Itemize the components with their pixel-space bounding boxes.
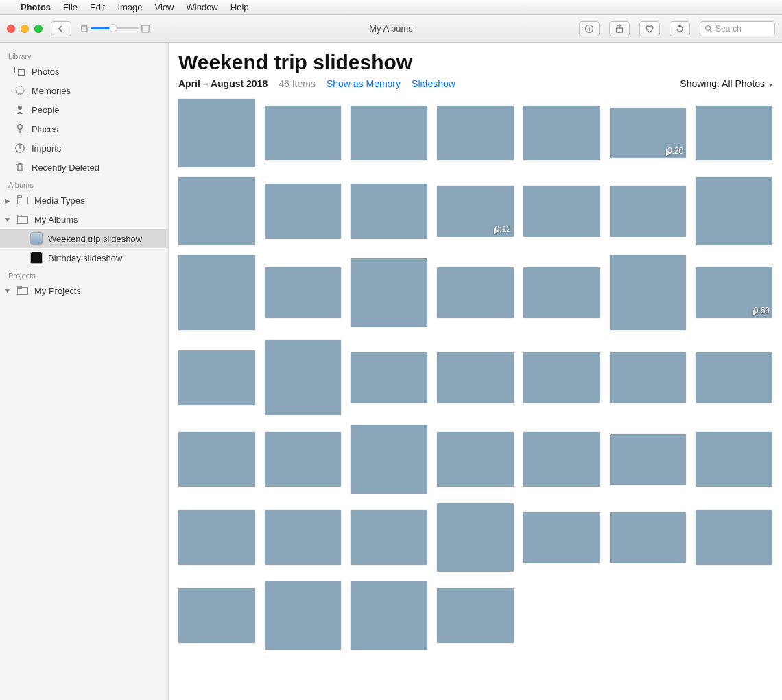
photo-thumbnail[interactable]: [696, 432, 772, 487]
photo-thumbnail[interactable]: [437, 503, 514, 572]
thumbnail-image: [351, 258, 427, 327]
photo-thumbnail[interactable]: [523, 186, 600, 237]
photo-thumbnail[interactable]: [265, 510, 342, 565]
thumbnail-image: [696, 510, 772, 565]
close-button[interactable]: [7, 25, 15, 33]
people-icon: [14, 104, 26, 116]
sidebar-item-my-albums[interactable]: ▼ My Albums: [0, 210, 168, 229]
imports-icon: [14, 142, 26, 154]
rotate-button[interactable]: [670, 21, 690, 36]
thumbnail-image: [178, 588, 255, 643]
show-as-memory-link[interactable]: Show as Memory: [327, 78, 401, 89]
photo-thumbnail[interactable]: 0:20: [610, 108, 687, 158]
photo-thumbnail[interactable]: [351, 352, 427, 403]
menu-help[interactable]: Help: [230, 2, 249, 12]
photo-thumbnail[interactable]: [265, 106, 342, 160]
photo-thumbnail[interactable]: [523, 267, 600, 318]
photo-thumbnail[interactable]: [437, 432, 514, 487]
search-field[interactable]: Search: [700, 21, 775, 36]
photo-thumbnail[interactable]: [265, 184, 342, 239]
photo-thumbnail[interactable]: [696, 510, 772, 565]
photo-thumbnail[interactable]: [351, 184, 427, 239]
photo-thumbnail[interactable]: [523, 432, 600, 487]
app-menu[interactable]: Photos: [21, 2, 51, 12]
sidebar-label: Places: [32, 124, 58, 134]
minimize-button[interactable]: [21, 25, 29, 33]
photo-thumbnail[interactable]: [610, 352, 687, 403]
thumbnail-image: [523, 106, 600, 160]
photo-thumbnail[interactable]: [178, 350, 255, 405]
photo-thumbnail[interactable]: [351, 258, 427, 327]
photo-thumbnail[interactable]: [696, 177, 772, 245]
photo-thumbnail[interactable]: [265, 581, 342, 650]
photo-thumbnail[interactable]: 0:12: [437, 186, 514, 237]
sidebar-item-photos[interactable]: Photos: [0, 62, 168, 81]
sidebar-item-imports[interactable]: Imports: [0, 138, 168, 158]
menu-edit[interactable]: Edit: [90, 2, 105, 12]
menu-view[interactable]: View: [155, 2, 174, 12]
photo-thumbnail[interactable]: [178, 510, 255, 565]
photo-thumbnail[interactable]: [178, 99, 255, 167]
thumbnail-size-slider[interactable]: [81, 25, 150, 33]
photo-thumbnail[interactable]: [351, 106, 427, 160]
photo-thumbnail[interactable]: [178, 177, 255, 245]
sidebar-item-recently-deleted[interactable]: Recently Deleted: [0, 158, 168, 177]
menu-file[interactable]: File: [63, 2, 78, 12]
sidebar-item-weekend-trip[interactable]: Weekend trip slideshow: [0, 229, 168, 248]
photo-thumbnail[interactable]: [437, 588, 514, 643]
photo-thumbnail[interactable]: [351, 581, 427, 650]
back-button[interactable]: [51, 21, 71, 36]
photo-thumbnail[interactable]: [696, 106, 772, 160]
disclosure-triangle-icon[interactable]: ▶: [4, 197, 11, 204]
sidebar-item-people[interactable]: People: [0, 100, 168, 119]
sidebar-item-my-projects[interactable]: ▼ My Projects: [0, 281, 168, 300]
photo-thumbnail[interactable]: [610, 255, 687, 330]
photo-thumbnail[interactable]: [265, 340, 342, 415]
thumbnail-image: 0:12: [437, 186, 514, 237]
photo-thumbnail[interactable]: [523, 512, 600, 563]
photo-thumbnail[interactable]: [265, 432, 342, 487]
favorite-button[interactable]: [639, 21, 660, 36]
sidebar-item-memories[interactable]: Memories: [0, 81, 168, 100]
sidebar-item-places[interactable]: Places: [0, 119, 168, 138]
sidebar-label: My Projects: [34, 286, 81, 296]
sidebar-item-birthday[interactable]: Birthday slideshow: [0, 248, 168, 267]
zoom-button[interactable]: [34, 25, 43, 33]
photo-thumbnail[interactable]: [610, 512, 687, 563]
slideshow-link[interactable]: Slideshow: [412, 78, 455, 89]
photo-thumbnail[interactable]: [178, 588, 255, 643]
photo-thumbnail[interactable]: [437, 352, 514, 403]
sidebar-label: Weekend trip slideshow: [48, 234, 142, 244]
album-title: Weekend trip slideshow: [178, 51, 772, 74]
photo-thumbnail[interactable]: [351, 510, 427, 565]
photo-thumbnail[interactable]: [523, 352, 600, 403]
photo-thumbnail[interactable]: [523, 106, 600, 160]
photo-thumbnail[interactable]: [178, 255, 255, 330]
menu-image[interactable]: Image: [117, 2, 142, 12]
sidebar-label: My Albums: [34, 215, 78, 225]
menu-window[interactable]: Window: [187, 2, 218, 12]
photo-thumbnail[interactable]: [610, 186, 687, 237]
photo-thumbnail[interactable]: [351, 425, 427, 494]
photo-thumbnail[interactable]: [437, 106, 514, 160]
album-meta-row: April – August 2018 46 Items Show as Mem…: [178, 78, 772, 89]
sidebar-item-media-types[interactable]: ▶ Media Types: [0, 191, 168, 210]
disclosure-triangle-icon[interactable]: ▼: [4, 216, 11, 224]
photo-thumbnail[interactable]: [610, 434, 687, 485]
svg-point-6: [706, 25, 711, 30]
thumbnail-image: [351, 184, 427, 239]
sidebar-label: Recently Deleted: [32, 162, 99, 173]
photo-thumbnail[interactable]: [178, 432, 255, 487]
share-button[interactable]: [609, 21, 630, 36]
sidebar: Library Photos Memories People Places Im…: [0, 43, 169, 700]
photo-thumbnail[interactable]: [696, 352, 772, 403]
disclosure-triangle-icon[interactable]: ▼: [4, 287, 11, 295]
svg-rect-9: [19, 70, 25, 76]
info-button[interactable]: [579, 21, 600, 36]
section-albums-label: Albums: [0, 177, 168, 191]
photo-thumbnail[interactable]: 0:59: [696, 267, 772, 318]
photo-thumbnail[interactable]: [437, 267, 514, 318]
photo-thumbnail[interactable]: [265, 267, 342, 318]
showing-filter[interactable]: Showing: All Photos ▾: [680, 78, 772, 89]
places-icon: [14, 123, 26, 135]
